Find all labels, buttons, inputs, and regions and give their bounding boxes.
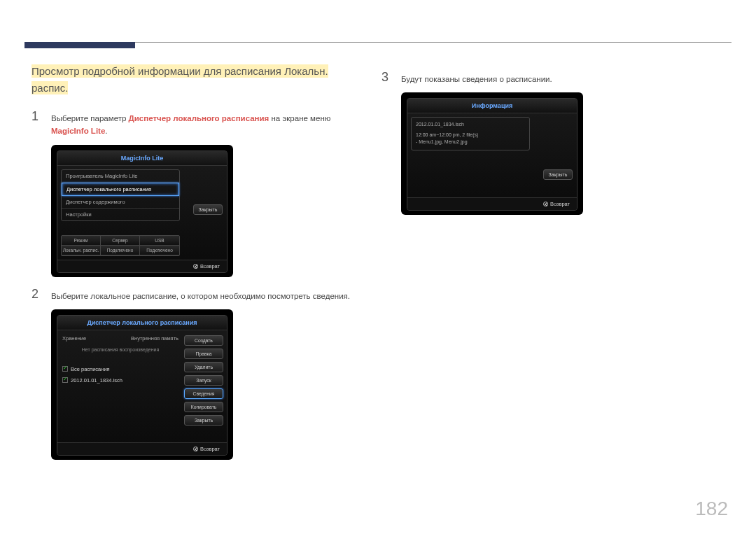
menu-item-settings[interactable]: Настройки <box>62 209 179 220</box>
device3-footer: Возврат <box>407 197 577 210</box>
device2-footer: Возврат <box>57 442 227 455</box>
info-filename: 2012.01.01_1834.lsch <box>416 121 525 129</box>
return-icon <box>543 202 548 206</box>
btn-create[interactable]: Создать <box>184 335 223 346</box>
info-file-list: - Menu1.jpg, Menu2.jpg <box>416 139 525 146</box>
step-1-text: Выберите параметр Диспетчер локального р… <box>51 109 330 138</box>
return-icon <box>193 264 198 269</box>
step-number: 2 <box>31 287 41 302</box>
device1-status-table: Режим Сервер USB Локальн. распис. Подклю… <box>61 235 180 256</box>
step-3: 3 Будут показаны сведения о расписании. <box>382 70 724 85</box>
btn-run[interactable]: Запуск <box>184 375 223 386</box>
device2-title: Диспетчер локального расписания <box>57 316 227 330</box>
device-screenshot-information: Информация 2012.01.01_1834.lsch 12:00 am… <box>401 92 583 215</box>
section-title-line1: Просмотр подробной информации для распис… <box>31 64 328 78</box>
step-number: 3 <box>382 70 391 85</box>
return-icon <box>193 447 198 451</box>
step-2: 2 Выберите локальное расписание, о котор… <box>31 287 374 302</box>
all-schedules-row[interactable]: Все расписания <box>61 363 180 374</box>
btn-details[interactable]: Сведения <box>184 388 223 399</box>
step-3-text: Будут показаны сведения о расписании. <box>401 70 552 85</box>
device-screenshot-magicinfo: MagicInfo Lite Проигрыватель MagicInfo L… <box>51 145 233 277</box>
device1-close-button[interactable]: Закрыть <box>193 204 223 215</box>
checkbox-icon <box>62 366 68 372</box>
btn-close[interactable]: Закрыть <box>184 415 223 426</box>
btn-delete[interactable]: Удалить <box>184 362 223 372</box>
btn-copy[interactable]: Копировать <box>184 402 223 412</box>
device3-close-button[interactable]: Закрыть <box>543 169 573 180</box>
checkbox-icon <box>62 377 68 383</box>
menu-item-local-schedule[interactable]: Диспетчер локального расписания <box>62 183 179 196</box>
step-number: 1 <box>31 109 41 124</box>
storage-label: Хранение <box>62 335 86 342</box>
schedule-item-row[interactable]: 2012.01.01_1834.lsch <box>61 374 180 386</box>
device1-title: MagicInfo Lite <box>57 151 227 166</box>
device-screenshot-schedule-manager: Диспетчер локального расписания Хранение… <box>51 309 233 460</box>
btn-edit[interactable]: Правка <box>184 349 223 359</box>
page-number: 182 <box>695 498 728 520</box>
storage-value: Внутренняя память <box>131 335 178 342</box>
no-schedule-text: Нет расписания воспроизведения <box>61 343 180 356</box>
info-box: 2012.01.01_1834.lsch 12:00 am~12:00 pm, … <box>411 117 530 150</box>
header-accent-bar <box>24 42 135 48</box>
section-title-block: Просмотр подробной информации для распис… <box>31 63 368 97</box>
device1-menu: Проигрыватель MagicInfo Lite Диспетчер л… <box>61 169 180 221</box>
device1-footer: Возврат <box>57 260 227 272</box>
menu-item-player[interactable]: Проигрыватель MagicInfo Lite <box>62 170 179 183</box>
menu-item-content-manager[interactable]: Диспетчер содержимого <box>62 196 179 209</box>
step-1: 1 Выберите параметр Диспетчер локального… <box>31 109 374 138</box>
section-title-line2: распис. <box>31 81 68 94</box>
info-time-files: 12:00 am~12:00 pm, 2 file(s) <box>416 132 525 139</box>
device3-title: Информация <box>407 99 577 113</box>
step-2-text: Выберите локальное расписание, о котором… <box>51 287 350 302</box>
